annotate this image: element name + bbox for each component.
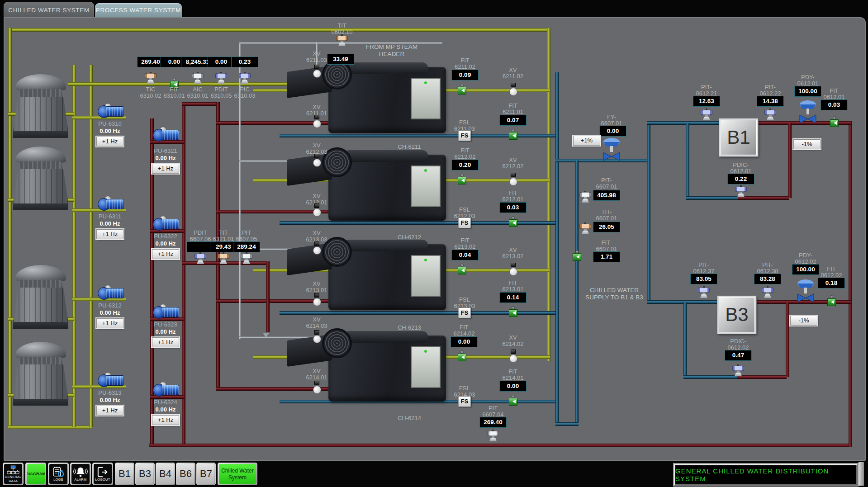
value-fit-6212-02[interactable]: 0.20	[451, 160, 479, 170]
logs-button[interactable]: LOGS	[48, 463, 69, 485]
pump-increase-button[interactable]: +1 Hz	[96, 229, 123, 239]
transmitter-icon	[735, 185, 747, 197]
control-valve-icon[interactable]	[798, 99, 818, 123]
chiller-label: CH-6214	[398, 415, 421, 421]
pump-pu-6311[interactable]	[98, 196, 124, 211]
valve-xv-6211-03[interactable]	[313, 65, 320, 78]
building-b1[interactable]: B1	[719, 118, 758, 156]
valve-xv-6213-02[interactable]	[509, 263, 517, 276]
cooling-tower	[13, 147, 69, 210]
flow-switch-button[interactable]: FS	[458, 396, 471, 407]
hmi-screen: CHILLED WATER SYSTEM PROCESS WATER SYSTE…	[0, 0, 868, 487]
valve-xv-6214-02[interactable]	[509, 350, 517, 363]
pump-increase-button[interactable]: +1 Hz	[152, 249, 179, 259]
valve-xv-6211-02[interactable]	[509, 83, 517, 96]
valve-xv-6214-03[interactable]	[313, 330, 320, 343]
plant-button-b7[interactable]: B7	[196, 463, 216, 485]
plant-button-b4[interactable]: B4	[156, 463, 175, 485]
pump-pu-6313[interactable]	[98, 372, 124, 388]
instrument-tag: FIT6214.02	[454, 324, 475, 337]
pump-increase-button[interactable]: +1 Hz	[96, 406, 123, 416]
pump-pu-6323[interactable]	[153, 304, 179, 319]
valve-xv-6214-01[interactable]	[313, 381, 320, 394]
value-pit-0612-22[interactable]: 14.38	[757, 96, 784, 107]
pump-increase-button[interactable]: +1 Hz	[152, 337, 179, 347]
pump-pu-6312[interactable]	[98, 285, 124, 300]
pump-increase-button[interactable]: +1 Hz	[152, 164, 179, 174]
building-b3[interactable]: B3	[717, 296, 756, 334]
value-tic-6310-02[interactable]: 269.40	[137, 57, 164, 67]
valve-xv-6212-03[interactable]	[313, 154, 320, 167]
value-tit-0602-10[interactable]: 33.49	[327, 54, 354, 65]
value-fit-6214-01[interactable]: 0.00	[499, 381, 526, 392]
network-tree-icon	[7, 465, 19, 475]
valve-trim-button[interactable]: -1%	[790, 316, 817, 326]
pipe-segment	[683, 302, 687, 377]
valve-xv-6211-01[interactable]	[313, 115, 320, 128]
value-pit-6607-05[interactable]: 289.24	[233, 241, 260, 252]
chilled-water-system-button[interactable]: Chilled WaterSystem	[218, 463, 257, 485]
flow-sensor-icon	[830, 119, 839, 127]
value-pit-6607-01[interactable]: 405.98	[593, 190, 620, 201]
valve-trim-button[interactable]: -1%	[793, 139, 821, 149]
chiller-ch-6213	[328, 244, 446, 310]
pump-label: PU-6310	[98, 121, 121, 127]
pump-pu-6322[interactable]	[153, 216, 179, 231]
alarm-button[interactable]: ALARM	[70, 463, 91, 485]
value-fit-0612-01[interactable]: 0.03	[821, 99, 848, 110]
tab-process-water-system[interactable]: PROCESS WATER SYSTEM	[95, 3, 182, 17]
value-fit-6213-02[interactable]: 0.04	[451, 250, 479, 260]
value-fit-6211-02[interactable]: 0.09	[451, 70, 479, 80]
plant-button-b6[interactable]: B6	[176, 463, 195, 485]
cooling-tower	[13, 265, 69, 329]
tab-chilled-water-system[interactable]: CHILLED WATER SYSTEM	[4, 2, 94, 18]
logout-button[interactable]: LOGOUT	[92, 463, 113, 485]
pump-pu-6321[interactable]	[153, 127, 179, 142]
pump-increase-button[interactable]: +1 Hz	[152, 415, 179, 425]
value-fit-6607-01[interactable]: 1.71	[593, 251, 620, 262]
value-pdit-6310-05[interactable]: 0.00	[208, 57, 235, 67]
instrument-tag: PDIC-0612.02	[728, 338, 749, 351]
control-valve-icon[interactable]	[602, 137, 621, 161]
flow-switch-button[interactable]: FS	[458, 130, 471, 141]
plant-button-b3[interactable]: B3	[135, 463, 155, 485]
flow-switch-button[interactable]: FS	[458, 307, 471, 318]
pipe-segment	[647, 121, 720, 125]
valve-xv-6212-01[interactable]	[313, 203, 320, 217]
value-fit-0612-02[interactable]: 0.18	[818, 278, 845, 288]
value-pdy-0612-01[interactable]: 100.00	[794, 86, 821, 97]
general-data-button[interactable]: GENERALDATA	[3, 463, 24, 485]
valve-xv-6213-01[interactable]	[313, 293, 320, 306]
pump-pu-6324[interactable]	[153, 382, 179, 397]
transmitter-icon	[218, 252, 229, 264]
instrument-tag: FIT6212.02	[455, 147, 476, 160]
value-fit-6213-01[interactable]: 0.14	[499, 292, 526, 303]
value-pit-0612-38[interactable]: 83.28	[754, 274, 781, 284]
pump-increase-button[interactable]: +1 Hz	[96, 137, 123, 147]
value-pit-6607-04[interactable]: 269.40	[479, 417, 507, 428]
value-fit-6214-02[interactable]: 0.00	[451, 336, 478, 347]
value-pit-0612-21[interactable]: 12.63	[693, 96, 720, 107]
valve-xv-6212-02[interactable]	[509, 173, 517, 186]
value-pic-6310-03[interactable]: 0.23	[231, 57, 258, 67]
transmitter-icon	[192, 72, 204, 84]
diagram-button[interactable]: DIAGRAM	[25, 463, 46, 485]
pump-pu-6310[interactable]	[98, 103, 124, 118]
value-pdic-0612-02[interactable]: 0.47	[725, 350, 752, 361]
value-pit-0612-37[interactable]: 83.05	[690, 274, 717, 284]
plant-button-b1[interactable]: B1	[115, 463, 134, 485]
pipe-segment	[683, 375, 737, 379]
value-fy-6607-01[interactable]: 0.00	[599, 126, 626, 137]
flow-switch-button[interactable]: FS	[458, 217, 471, 228]
value-pdic-0612-01[interactable]: 0.22	[727, 174, 754, 184]
valve-xv-6213-03[interactable]	[313, 241, 320, 255]
instrument-tag: TIC6310.02	[140, 86, 161, 99]
valve-trim-button[interactable]: +1%	[573, 136, 600, 146]
instrument-tag: PDIT6607.06	[190, 230, 211, 242]
value-tit-6607-01[interactable]: 26.05	[593, 222, 620, 232]
pump-increase-button[interactable]: +1 Hz	[96, 318, 123, 328]
value-fit-6212-01[interactable]: 0.03	[499, 202, 526, 213]
value-fit-6211-01[interactable]: 0.07	[499, 115, 526, 126]
value-pdy-0612-02[interactable]: 100.00	[792, 264, 819, 275]
control-valve-icon[interactable]	[796, 279, 816, 302]
